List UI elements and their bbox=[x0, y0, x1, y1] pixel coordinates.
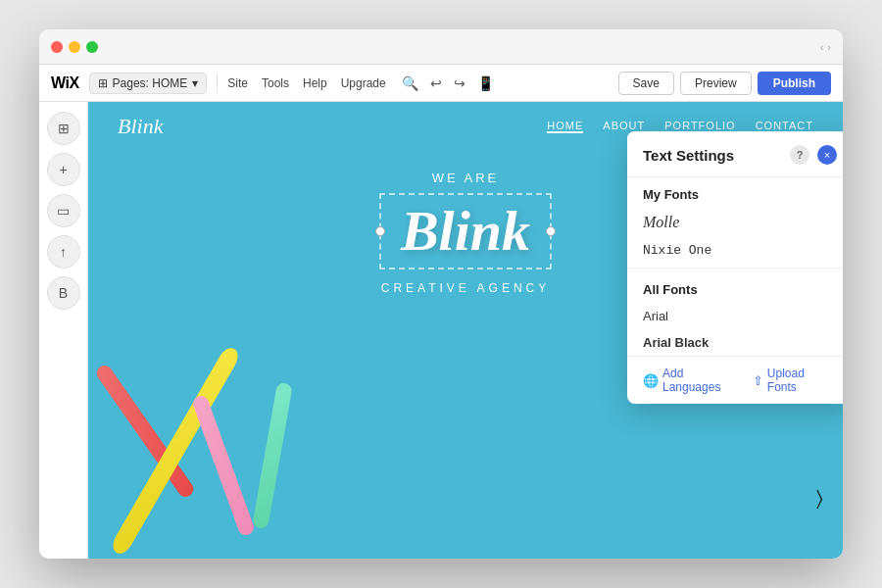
cursor: 〉 bbox=[816, 487, 823, 510]
nav-arrows: ‹ › bbox=[820, 41, 831, 53]
sidebar-add-icon[interactable]: + bbox=[47, 153, 80, 186]
website-preview: Blink HOME ABOUT PORTFOLIO CONTACT WE AR… bbox=[88, 102, 843, 559]
font-item-arial[interactable]: Arial bbox=[627, 303, 843, 329]
content-area: ⊞ + ▭ ↑ B Blink HOME ABOUT PORTFOLIO CON… bbox=[39, 102, 843, 559]
close-button[interactable] bbox=[51, 41, 63, 53]
resize-handle-left[interactable] bbox=[375, 226, 385, 236]
mac-window: ‹ › WiX ⊞ Pages: HOME ▾ Site Tools Help … bbox=[39, 29, 843, 559]
upgrade-menu-item[interactable]: Upgrade bbox=[341, 76, 386, 90]
panel-footer: 🌐 Add Languages ⇧ Upload Fonts bbox=[627, 356, 843, 404]
mobile-icon[interactable]: 📱 bbox=[477, 75, 494, 91]
upload-fonts-label: Upload Fonts bbox=[767, 367, 837, 394]
creative-agency-text: CREATIVE AGENCY bbox=[381, 281, 550, 295]
font-item-molle[interactable]: Molle bbox=[627, 208, 843, 237]
upload-icon: ⇧ bbox=[753, 373, 763, 388]
panel-header: Text Settings ? × bbox=[627, 131, 843, 177]
toolbar-actions: Save Preview Publish bbox=[618, 72, 831, 95]
redo-icon[interactable]: ↪ bbox=[454, 75, 466, 91]
tools-menu-item[interactable]: Tools bbox=[262, 76, 289, 90]
upload-fonts-link[interactable]: ⇧ Upload Fonts bbox=[753, 367, 837, 394]
add-languages-link[interactable]: 🌐 Add Languages bbox=[643, 367, 745, 394]
panel-divider bbox=[627, 268, 843, 269]
pencil-pink bbox=[191, 394, 256, 537]
back-arrow[interactable]: ‹ bbox=[820, 41, 824, 53]
search-icon[interactable]: 🔍 bbox=[402, 75, 418, 91]
we-are-text: WE ARE bbox=[432, 171, 500, 185]
sidebar-upload-icon[interactable]: ↑ bbox=[47, 235, 80, 269]
pencils-decoration bbox=[88, 294, 382, 559]
font-item-nixie[interactable]: Nixie One bbox=[627, 237, 843, 264]
pages-label: Pages: HOME bbox=[113, 76, 188, 90]
maximize-button[interactable] bbox=[86, 41, 98, 53]
all-fonts-header: All Fonts bbox=[627, 272, 843, 303]
add-languages-label: Add Languages bbox=[662, 367, 745, 394]
sidebar-blog-icon[interactable]: B bbox=[47, 276, 80, 310]
pages-icon: ⊞ bbox=[98, 76, 108, 90]
left-sidebar: ⊞ + ▭ ↑ B bbox=[39, 102, 88, 559]
brand-title: Blink bbox=[401, 203, 530, 260]
help-button[interactable]: ? bbox=[790, 145, 809, 165]
my-fonts-header: My Fonts bbox=[627, 177, 843, 208]
site-menu-item[interactable]: Site bbox=[227, 76, 248, 90]
forward-arrow[interactable]: › bbox=[827, 41, 831, 53]
toolbar-icons: 🔍 ↩ ↪ 📱 bbox=[402, 75, 494, 91]
undo-icon[interactable]: ↩ bbox=[430, 75, 442, 91]
blink-selected-text[interactable]: Blink bbox=[379, 193, 552, 270]
sidebar-media-icon[interactable]: ▭ bbox=[47, 194, 80, 227]
toolbar-nav: Site Tools Help Upgrade bbox=[227, 76, 385, 90]
wix-logo: WiX bbox=[51, 74, 79, 92]
close-button[interactable]: × bbox=[817, 145, 837, 165]
traffic-lights bbox=[51, 41, 98, 53]
sidebar-pages-icon[interactable]: ⊞ bbox=[47, 112, 80, 145]
publish-button[interactable]: Publish bbox=[758, 72, 831, 95]
preview-button[interactable]: Preview bbox=[680, 72, 752, 95]
font-item-arial-black[interactable]: Arial Black bbox=[627, 329, 843, 356]
pencil-group bbox=[88, 294, 382, 559]
toolbar: WiX ⊞ Pages: HOME ▾ Site Tools Help Upgr… bbox=[39, 65, 843, 102]
pencil-green bbox=[252, 382, 293, 529]
site-logo: Blink bbox=[118, 114, 163, 139]
text-settings-panel: Text Settings ? × My Fonts Molle Nixie O… bbox=[627, 131, 843, 404]
toolbar-separator bbox=[217, 74, 218, 93]
site-menu-home[interactable]: HOME bbox=[547, 120, 583, 133]
save-button[interactable]: Save bbox=[618, 72, 674, 95]
panel-header-icons: ? × bbox=[790, 145, 837, 165]
minimize-button[interactable] bbox=[69, 41, 80, 53]
add-languages-icon: 🌐 bbox=[643, 373, 659, 388]
panel-title: Text Settings bbox=[643, 147, 734, 164]
resize-handle-right[interactable] bbox=[546, 226, 556, 236]
title-bar: ‹ › bbox=[39, 29, 843, 65]
chevron-down-icon: ▾ bbox=[192, 76, 198, 90]
pages-dropdown[interactable]: ⊞ Pages: HOME ▾ bbox=[89, 73, 208, 94]
help-menu-item[interactable]: Help bbox=[303, 76, 327, 90]
